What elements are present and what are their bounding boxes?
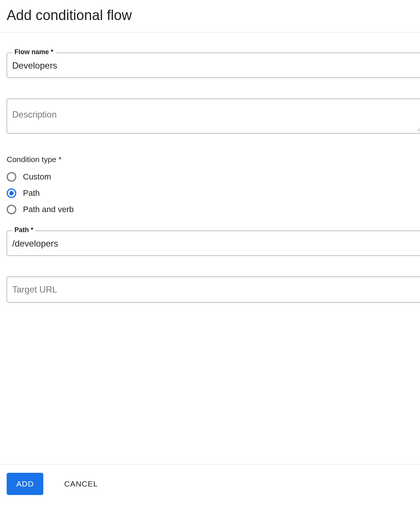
radio-path-and-verb[interactable]: Path and verb (7, 205, 420, 214)
dialog-footer: ADD CANCEL (0, 464, 420, 503)
description-textarea[interactable] (7, 99, 420, 132)
target-url-input[interactable] (7, 277, 420, 302)
description-field-wrapper (7, 99, 420, 133)
radio-icon (7, 188, 16, 198)
flow-name-field-wrapper: Flow name * (7, 53, 420, 78)
target-url-field-wrapper (7, 277, 420, 303)
radio-custom[interactable]: Custom (7, 172, 420, 182)
path-label: Path * (12, 226, 36, 234)
add-button[interactable]: ADD (7, 473, 43, 495)
condition-type-radio-group: Custom Path Path and verb (7, 172, 420, 214)
radio-label-custom: Custom (23, 172, 51, 182)
cancel-button[interactable]: CANCEL (64, 473, 98, 495)
radio-label-path: Path (23, 188, 40, 198)
path-input[interactable] (7, 231, 420, 255)
condition-type-label: Condition type * (7, 155, 420, 164)
dialog-header: Add conditional flow (0, 0, 420, 32)
dialog-title: Add conditional flow (7, 7, 413, 23)
path-field-wrapper: Path * (7, 231, 420, 256)
radio-icon (7, 172, 16, 182)
flow-name-input[interactable] (7, 53, 420, 77)
radio-path[interactable]: Path (7, 188, 420, 198)
flow-name-label: Flow name * (12, 48, 56, 56)
radio-label-path-and-verb: Path and verb (23, 205, 74, 214)
radio-icon (7, 205, 16, 214)
